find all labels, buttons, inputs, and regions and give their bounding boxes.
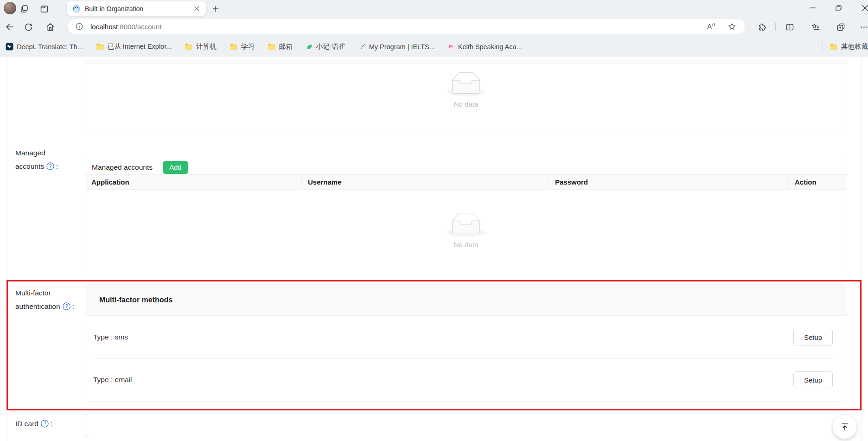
bookmark-study[interactable]: 学习: [230, 42, 255, 51]
managed-accounts-label: Managed accounts?:: [15, 146, 84, 174]
mfa-card-title: Multi-factor methods: [99, 296, 172, 304]
table-header-remnant: [85, 59, 847, 64]
column-application: Application: [85, 175, 302, 189]
folder-icon: [230, 43, 238, 50]
table-header-row: Application Username Password Action: [85, 174, 847, 190]
yuque-icon: [306, 43, 313, 51]
help-icon[interactable]: ?: [46, 161, 54, 174]
ielts-v-icon: [358, 43, 366, 50]
svg-text:?: ?: [49, 163, 52, 169]
window-restore-button[interactable]: [829, 0, 848, 16]
browser-tab[interactable]: Built-in Organization: [67, 1, 206, 16]
window-minimize-button[interactable]: [804, 0, 822, 16]
folder-icon: [185, 43, 193, 50]
mfa-card-header: Multi-factor methods: [85, 285, 847, 316]
tab-bar: Built-in Organization: [0, 0, 868, 17]
add-button[interactable]: Add: [163, 161, 188, 174]
svg-text:?: ?: [44, 421, 46, 426]
favorites-icon[interactable]: [810, 21, 822, 33]
toolbar-divider: [775, 23, 776, 31]
url-host: localhost: [90, 23, 118, 31]
managed-accounts-title: Managed accounts: [92, 163, 153, 172]
empty-box-icon: [447, 72, 485, 96]
bookmarks-bar: DeepL Translate: Th... 已从 Internet Explo…: [0, 36, 868, 57]
column-username: Username: [302, 175, 549, 189]
id-card-label: ID card?:: [15, 417, 84, 432]
top-empty-table: No data: [85, 59, 847, 133]
svg-text:?: ?: [65, 303, 68, 309]
window-close-button[interactable]: [858, 0, 868, 16]
collections-icon[interactable]: [835, 21, 847, 33]
new-tab-button[interactable]: [210, 3, 222, 15]
column-password: Password: [549, 175, 789, 189]
split-screen-icon[interactable]: [784, 21, 796, 33]
mfa-type-text: Type : email: [93, 376, 793, 384]
setup-email-button[interactable]: Setup: [793, 371, 833, 388]
setup-sms-button[interactable]: Setup: [793, 329, 833, 345]
folder-icon: [268, 43, 276, 50]
empty-box-icon: [447, 212, 485, 237]
empty-state: No data: [85, 72, 847, 108]
extensions-icon[interactable]: [756, 21, 768, 33]
mfa-row-sms: Type : sms Setup: [85, 316, 847, 358]
bookmark-ie-imports[interactable]: 已从 Internet Explor...: [96, 42, 172, 51]
account-page: No data Managed accounts?: Managed accou…: [0, 57, 868, 441]
bookmarks-divider: [823, 42, 823, 52]
refresh-icon[interactable]: [22, 21, 34, 33]
bookmark-deepl[interactable]: DeepL Translate: Th...: [6, 43, 83, 51]
profile-avatar[interactable]: [4, 2, 16, 14]
url-path: :8000/account: [118, 23, 161, 31]
settings-more-icon[interactable]: [858, 21, 868, 33]
tab-close-icon[interactable]: [192, 4, 201, 13]
help-icon[interactable]: ?: [41, 418, 49, 432]
read-aloud-icon[interactable]: A: [704, 21, 715, 32]
mfa-label: Multi-factor authentication?:: [15, 286, 84, 314]
folder-icon: [96, 43, 104, 50]
workspaces-icon[interactable]: [18, 3, 30, 15]
managed-accounts-table: Managed accounts Add Application Usernam…: [85, 157, 847, 271]
mfa-type-text: Type : sms: [93, 333, 793, 341]
keith-icon: [448, 43, 455, 50]
mfa-methods-card: Multi-factor methods Type : sms Setup Ty…: [85, 284, 847, 402]
other-favorites[interactable]: 其他收藏: [823, 36, 868, 57]
mfa-row-email: Type : email Setup: [85, 358, 847, 401]
empty-state: No data: [85, 190, 847, 271]
deepl-icon: [6, 43, 13, 51]
favorite-star-icon[interactable]: [726, 21, 737, 32]
folder-icon: [830, 43, 838, 50]
back-to-top-icon: [840, 422, 850, 432]
url-text[interactable]: localhost:8000/account: [90, 23, 693, 31]
page-card-left-border: [6, 57, 7, 441]
back-to-top-button[interactable]: [833, 415, 856, 439]
site-info-icon[interactable]: [75, 22, 83, 31]
page-card-right-border: [862, 57, 862, 441]
bookmark-yuque[interactable]: 小记·语雀: [306, 42, 345, 51]
column-action: Action: [789, 175, 847, 189]
no-data-text: No data: [454, 100, 479, 108]
tab-favicon: [71, 4, 81, 13]
help-icon[interactable]: ?: [63, 301, 70, 314]
bookmark-computer[interactable]: 计算机: [185, 42, 217, 51]
browser-window: Built-in Organization: [0, 0, 868, 441]
no-data-text: No data: [454, 241, 479, 249]
bookmark-mail[interactable]: 邮箱: [268, 42, 293, 51]
bookmark-keith-speaking[interactable]: Keith Speaking Aca...: [448, 43, 522, 51]
id-card-input[interactable]: [85, 414, 844, 438]
back-icon[interactable]: [4, 21, 16, 33]
address-bar[interactable]: localhost:8000/account A: [68, 19, 745, 34]
bookmark-myprogram-ielts[interactable]: My Program | IELTS...: [358, 43, 435, 51]
tab-title: Built-in Organization: [85, 5, 192, 13]
tab-actions-icon[interactable]: [38, 3, 50, 15]
navigation-bar: localhost:8000/account A: [0, 17, 868, 36]
home-icon[interactable]: [44, 21, 56, 33]
